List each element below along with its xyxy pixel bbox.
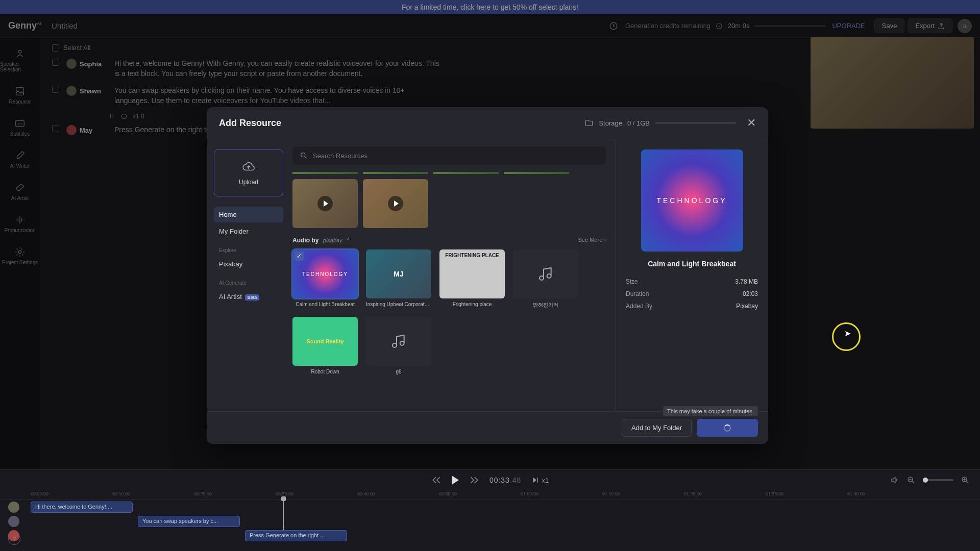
- detail-title: Calm and Light Breakbeat: [626, 260, 758, 268]
- audio-item[interactable]: FRIGHTENING PLACE Frightening place: [439, 249, 505, 309]
- nav-section-ai: AI Generate: [219, 280, 278, 286]
- search-box[interactable]: [292, 146, 606, 165]
- meta-label: Size: [626, 278, 638, 285]
- upload-button[interactable]: Upload: [214, 149, 283, 196]
- detail-thumb-text: TECHNOLOGY: [656, 196, 727, 205]
- meta-duration: Duration02:03: [626, 290, 758, 297]
- audio-thumb[interactable]: MJ: [366, 249, 431, 298]
- see-more-link[interactable]: See More ›: [578, 237, 606, 243]
- audio-thumb[interactable]: Sound Reality: [292, 317, 358, 366]
- playback-speed[interactable]: x1: [531, 476, 549, 484]
- playback-controls: 00:33.48 x1: [0, 470, 980, 490]
- play-button[interactable]: [452, 475, 459, 485]
- modal-sidebar: Upload Home My Folder Explore Pixabay AI…: [207, 139, 283, 411]
- add-resource-modal: Add Resource Storage 0 / 1GB ✕ Upload Ho…: [207, 107, 768, 444]
- external-icon: [345, 237, 350, 242]
- help-button[interactable]: ?: [8, 533, 20, 545]
- modal-title: Add Resource: [219, 118, 281, 129]
- music-icon: [537, 266, 554, 282]
- ruler-tick: 01:30.00: [766, 491, 783, 496]
- nav-section-explore: Explore: [219, 247, 278, 253]
- video-thumb[interactable]: [363, 179, 428, 228]
- nav-home[interactable]: Home: [214, 207, 283, 222]
- nav-my-folder[interactable]: My Folder: [214, 223, 283, 239]
- ruler-tick: 01:40.00: [847, 491, 865, 496]
- nav-ai-artist[interactable]: AI ArtistBeta: [214, 289, 283, 305]
- meta-label: Duration: [626, 290, 649, 297]
- browse-area: Audio by pixabay See More › ✓TECHNOLOGY …: [283, 139, 615, 411]
- storage-value: 0 / 1GB: [627, 119, 650, 127]
- meta-label: Added By: [626, 303, 652, 310]
- loading-tooltip: This may take a couple of minutes.: [663, 406, 758, 416]
- audio-thumb[interactable]: [366, 317, 431, 366]
- forward-icon[interactable]: [469, 475, 479, 485]
- upload-label: Upload: [218, 179, 279, 186]
- search-icon: [300, 152, 308, 160]
- rewind-icon[interactable]: [431, 475, 442, 485]
- meta-size: Size3.78 MB: [626, 278, 758, 285]
- audio-item[interactable]: g8: [366, 317, 431, 374]
- volume-icon[interactable]: [890, 475, 899, 485]
- svg-point-7: [301, 153, 305, 157]
- zoom-in-icon[interactable]: [961, 475, 970, 485]
- audio-item[interactable]: ✓TECHNOLOGY Calm and Light Breakbeat: [292, 249, 358, 309]
- storage-label: Storage: [599, 119, 622, 127]
- play-icon: [388, 196, 403, 211]
- audio-name: Robot Down: [311, 369, 339, 374]
- close-button[interactable]: ✕: [747, 116, 756, 130]
- timeline-ruler[interactable]: 00:00.00 00:10.00 00:20.00 00:30.00 00:4…: [0, 490, 980, 499]
- timecode: 00:33.48: [489, 476, 522, 484]
- ruler-tick: 00:50.00: [439, 491, 457, 496]
- ai-artist-label: AI Artist: [219, 293, 242, 300]
- timeline-tracks[interactable]: Hi there, welcome to Genny! ... You can …: [0, 499, 980, 540]
- timeline-clip[interactable]: You can swap speakers by c...: [138, 516, 240, 527]
- ruler-tick: 01:00.00: [521, 491, 538, 496]
- audio-item[interactable]: 밝혀진기억: [513, 249, 578, 309]
- zoom-slider[interactable]: [923, 479, 953, 481]
- meta-value: 3.78 MB: [735, 278, 758, 285]
- timeline-clip[interactable]: Hi there, welcome to Genny! ...: [31, 502, 133, 513]
- loading-spinner: [724, 424, 731, 432]
- audio-item[interactable]: MJ Inspiring Upbeat Corporate...: [366, 249, 431, 309]
- check-icon: ✓: [295, 252, 304, 261]
- zoom-out-icon[interactable]: [906, 475, 916, 485]
- timeline-clip[interactable]: Press Generate on the right ...: [245, 530, 347, 541]
- cloud-upload-icon: [242, 160, 255, 173]
- add-to-folder-button[interactable]: Add to My Folder: [622, 419, 692, 437]
- audio-thumb[interactable]: ✓TECHNOLOGY: [292, 249, 358, 298]
- timecode-main: 00:33: [489, 476, 510, 484]
- audio-thumb[interactable]: FRIGHTENING PLACE: [439, 249, 505, 298]
- confirm-button[interactable]: [697, 419, 758, 437]
- audio-name: Frightening place: [453, 302, 492, 307]
- audio-thumb[interactable]: [513, 249, 578, 298]
- ruler-tick: 01:20.00: [684, 491, 702, 496]
- modal-header: Add Resource Storage 0 / 1GB ✕: [207, 107, 768, 139]
- track-avatar[interactable]: [8, 516, 19, 527]
- meta-value: Pixabay: [736, 303, 758, 310]
- ruler-tick: 00:00.00: [31, 491, 48, 496]
- storage-info: Storage 0 / 1GB: [584, 118, 737, 128]
- meta-added-by: Added ByPixabay: [626, 303, 758, 310]
- audio-name: Calm and Light Breakbeat: [296, 302, 355, 307]
- speed-label: x1: [542, 477, 549, 484]
- beta-badge: Beta: [245, 294, 260, 300]
- detail-thumb: TECHNOLOGY: [641, 149, 743, 252]
- play-icon: [317, 196, 333, 211]
- modal-footer: This may take a couple of minutes. Add t…: [207, 411, 768, 444]
- search-input[interactable]: [313, 152, 599, 160]
- nav-pixabay[interactable]: Pixabay: [214, 256, 283, 272]
- folder-icon: [584, 118, 594, 128]
- ruler-tick: 01:10.00: [602, 491, 620, 496]
- track-avatar[interactable]: [8, 502, 19, 513]
- section-label: Audio by: [292, 237, 318, 244]
- audio-section-header: Audio by pixabay See More ›: [292, 235, 606, 244]
- video-thumb[interactable]: [292, 179, 358, 228]
- audio-item[interactable]: Sound Reality Robot Down: [292, 317, 358, 374]
- see-more-label: See More: [578, 237, 603, 243]
- speed-icon: [531, 476, 540, 484]
- thumb-text: TECHNOLOGY: [302, 271, 348, 277]
- section-brand: pixabay: [323, 237, 342, 243]
- audio-name: Inspiring Upbeat Corporate...: [366, 302, 431, 307]
- thumb-text: MJ: [394, 270, 403, 278]
- ruler-tick: 00:30.00: [276, 491, 293, 496]
